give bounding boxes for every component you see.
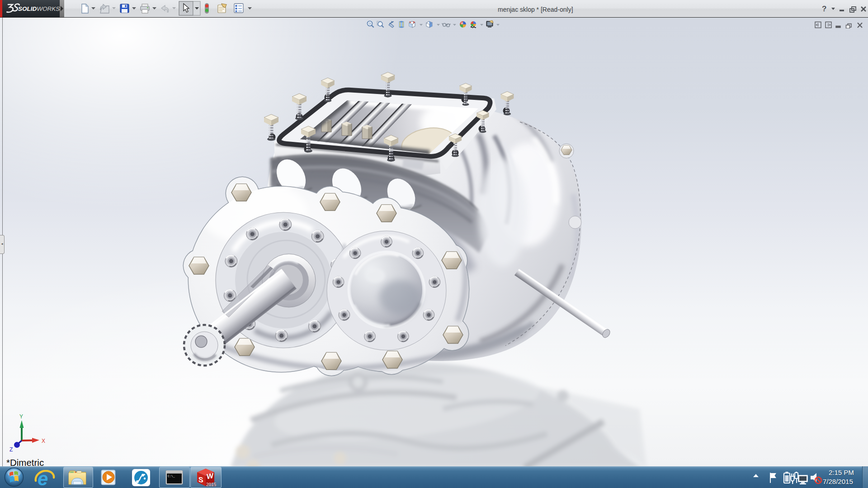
svg-text:Y: Y [19, 413, 23, 420]
svg-text:2015: 2015 [206, 482, 216, 487]
svg-text:C:\_: C:\_ [168, 475, 175, 478]
svg-text:Z: Z [9, 446, 13, 453]
svg-text:SOLIDWORKS: SOLIDWORKS [18, 5, 60, 12]
svg-text:S: S [198, 475, 203, 484]
svg-text:?: ? [822, 5, 826, 13]
svg-text:X: X [42, 438, 45, 444]
svg-text:W: W [207, 471, 214, 481]
